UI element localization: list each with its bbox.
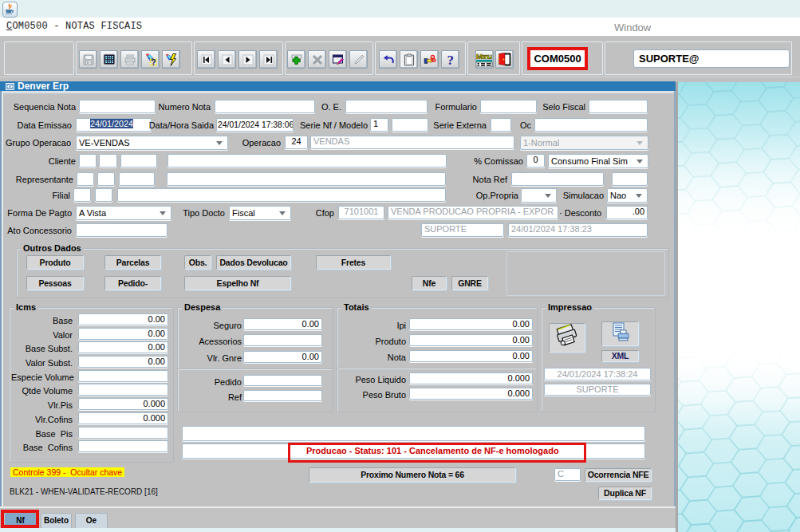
svg-text:Menu: Menu xyxy=(476,53,492,61)
svg-text:?: ? xyxy=(447,53,454,66)
svg-text:?: ? xyxy=(151,57,156,66)
